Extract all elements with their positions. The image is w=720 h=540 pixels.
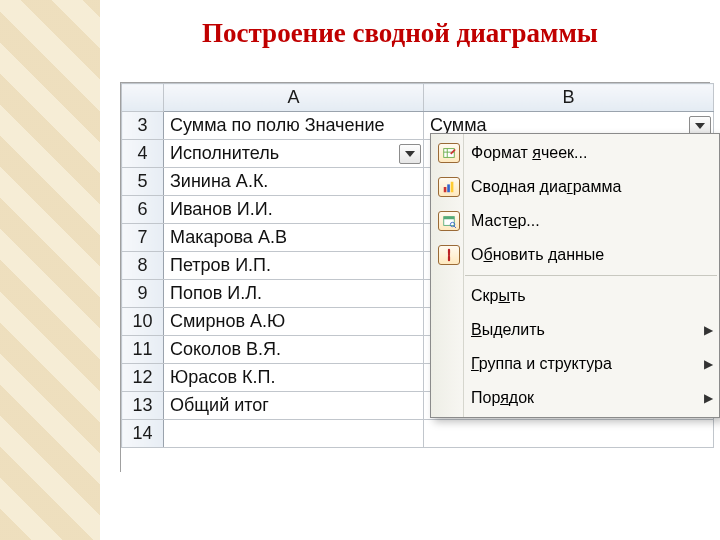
cell[interactable]: Соколов В.Я. [164, 336, 424, 364]
menu-item[interactable]: Скрыть [431, 279, 719, 313]
menu-item-label: Группа и структура [471, 355, 703, 373]
menu-item-label: Обновить данные [471, 246, 703, 264]
cell[interactable]: Юрасов К.П. [164, 364, 424, 392]
submenu-arrow-icon: ▶ [703, 391, 713, 405]
row-header[interactable]: 8 [122, 252, 164, 280]
menu-icon-empty [435, 350, 463, 378]
menu-icon-empty [435, 282, 463, 310]
cell[interactable]: Иванов И.И. [164, 196, 424, 224]
row-header[interactable]: 13 [122, 392, 164, 420]
svg-point-7 [448, 254, 450, 256]
refresh-icon [435, 241, 463, 269]
menu-item[interactable]: Порядок▶ [431, 381, 719, 415]
cell[interactable]: Смирнов А.Ю [164, 308, 424, 336]
cell[interactable]: Макарова А.В [164, 224, 424, 252]
corner-cell[interactable] [122, 84, 164, 112]
context-menu: Формат ячеек...Сводная диаграммаМастер..… [430, 133, 720, 418]
svg-rect-3 [451, 182, 454, 193]
row-header[interactable]: 4 [122, 140, 164, 168]
cell[interactable]: Петров И.П. [164, 252, 424, 280]
pivot-chart-icon [435, 173, 463, 201]
menu-separator [465, 275, 717, 276]
cell[interactable] [424, 420, 714, 448]
menu-icon-empty [435, 384, 463, 412]
column-header-B[interactable]: B [424, 84, 714, 112]
cell[interactable]: Общий итог [164, 392, 424, 420]
menu-item-label: Выделить [471, 321, 703, 339]
menu-icon-empty [435, 316, 463, 344]
cell[interactable]: Попов И.Л. [164, 280, 424, 308]
menu-item[interactable]: Мастер... [431, 204, 719, 238]
row-header[interactable]: 5 [122, 168, 164, 196]
row-header[interactable]: 3 [122, 112, 164, 140]
menu-item[interactable]: Сводная диаграмма [431, 170, 719, 204]
menu-item-label: Сводная диаграмма [471, 178, 703, 196]
format-cells-icon [435, 139, 463, 167]
cell[interactable]: Сумма по полю Значение [164, 112, 424, 140]
menu-item-label: Формат ячеек... [471, 144, 703, 162]
row-header[interactable]: 11 [122, 336, 164, 364]
row-header[interactable]: 12 [122, 364, 164, 392]
decorative-side-pattern [0, 0, 100, 540]
column-header-A[interactable]: A [164, 84, 424, 112]
menu-item[interactable]: Группа и структура▶ [431, 347, 719, 381]
svg-rect-2 [447, 184, 450, 192]
slide-title: Построение сводной диаграммы [120, 18, 680, 49]
menu-item-label: Мастер... [471, 212, 703, 230]
submenu-arrow-icon: ▶ [703, 323, 713, 337]
cell[interactable] [164, 420, 424, 448]
row-header[interactable]: 9 [122, 280, 164, 308]
svg-rect-5 [444, 217, 455, 220]
menu-item[interactable]: Обновить данные [431, 238, 719, 272]
row-header[interactable]: 10 [122, 308, 164, 336]
field-dropdown-button[interactable] [399, 144, 421, 164]
menu-item[interactable]: Формат ячеек... [431, 136, 719, 170]
menu-item-label: Порядок [471, 389, 703, 407]
cell[interactable]: Зинина А.К. [164, 168, 424, 196]
cell[interactable]: Исполнитель [164, 140, 424, 168]
menu-item[interactable]: Выделить▶ [431, 313, 719, 347]
row-header[interactable]: 14 [122, 420, 164, 448]
row-header[interactable]: 7 [122, 224, 164, 252]
wizard-icon [435, 207, 463, 235]
svg-rect-1 [444, 187, 447, 192]
menu-item-label: Скрыть [471, 287, 703, 305]
row-header[interactable]: 6 [122, 196, 164, 224]
submenu-arrow-icon: ▶ [703, 357, 713, 371]
